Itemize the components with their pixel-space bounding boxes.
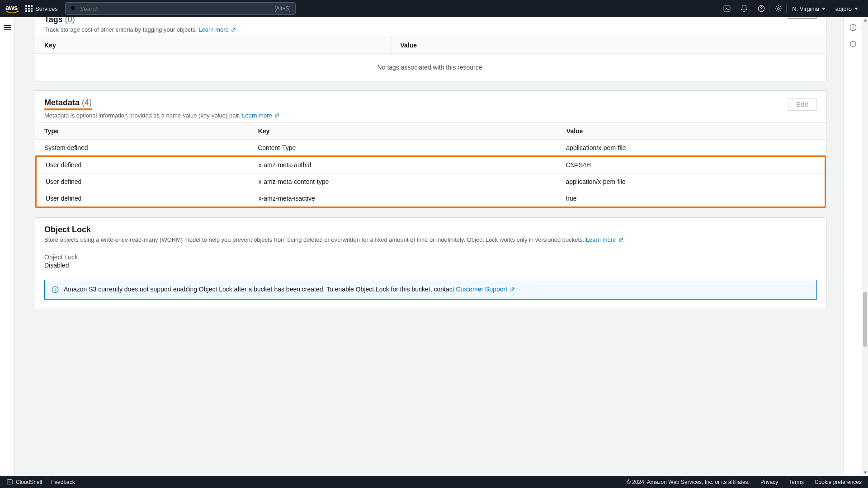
cloudshell-icon[interactable] <box>719 0 735 17</box>
region-selector[interactable]: N. Virginia <box>788 0 830 17</box>
search-shortcut: [Alt+S] <box>274 5 291 12</box>
user-label: aqipro <box>835 5 852 12</box>
settings-icon[interactable] <box>770 0 787 17</box>
services-grid-icon[interactable] <box>25 5 33 12</box>
aws-logo[interactable]: aws <box>5 4 19 14</box>
region-label: N. Virginia <box>792 5 819 12</box>
account-dropdown[interactable]: aqipro <box>831 0 863 17</box>
top-nav: aws Services [Alt+S] N. Virginia aqipro <box>0 0 868 17</box>
notifications-icon[interactable] <box>736 0 752 17</box>
search-box[interactable]: [Alt+S] <box>65 2 296 15</box>
svg-point-6 <box>778 8 780 10</box>
svg-line-1 <box>74 9 75 11</box>
svg-point-5 <box>761 10 762 10</box>
help-icon[interactable] <box>753 0 769 17</box>
search-icon <box>70 5 76 12</box>
svg-point-0 <box>71 6 75 10</box>
services-label[interactable]: Services <box>35 5 58 12</box>
search-input[interactable] <box>80 5 274 12</box>
